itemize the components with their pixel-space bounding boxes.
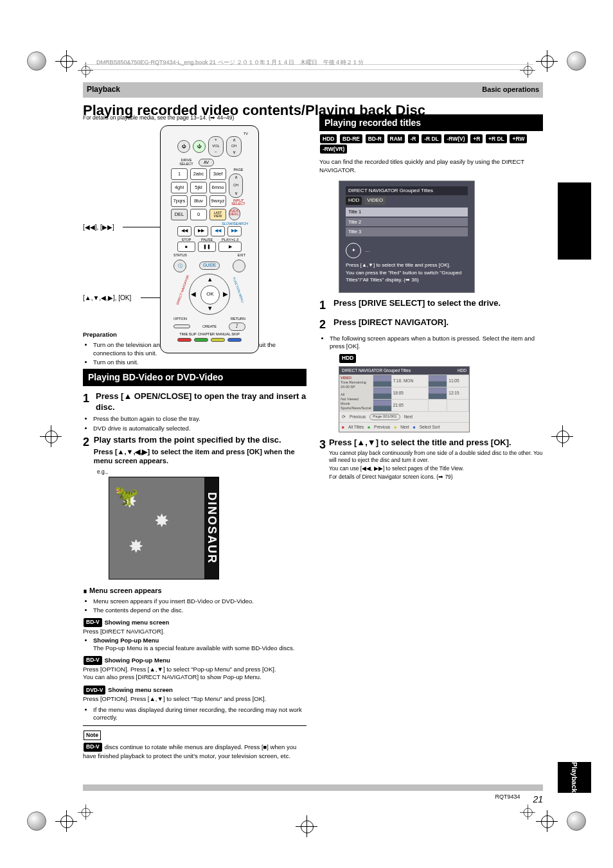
time-slip-label: TIME SLIP [179, 333, 197, 337]
last-view-button[interactable]: LAST VIEW [209, 209, 226, 220]
side-tab [558, 182, 591, 260]
rstep2-text: Press [DIRECT NAVIGATOR]. [333, 317, 449, 332]
red-button[interactable] [177, 338, 191, 342]
side-tab-text: Playback [570, 762, 579, 793]
menu-showing-intro-2: Showing menu screen [108, 686, 173, 693]
exit-label: EXIT [238, 254, 245, 258]
step1-num: 1 [83, 391, 96, 413]
menu-footer1: Menu screen appears if you insert BD-Vid… [93, 598, 306, 605]
ffwd-button[interactable]: ▶▶ [227, 226, 242, 236]
nav-ring[interactable]: ▲ ▼ ◀ ▶ OK [189, 274, 230, 315]
yellow-button[interactable] [211, 338, 225, 342]
top-menu-line: Press [OPTION]. Press [▲,▼] to select "T… [83, 695, 306, 703]
key-7[interactable]: 7pqrs [171, 195, 188, 207]
key-8[interactable]: 8tuv [190, 195, 207, 207]
callout-arrows: [▲,▼,◀,▶], [OK] [83, 294, 131, 302]
return-button[interactable]: ⤴ [229, 323, 245, 331]
bdv-badge-3: BD-V [84, 743, 102, 752]
rstep3-sub1: You cannot play back continuously from o… [329, 450, 543, 464]
right-intro: You can find the recorded titles quickly… [319, 158, 543, 174]
dvdv-badge: DVD-V [84, 686, 105, 695]
disc-badge: BD-RE [340, 134, 362, 143]
option-button[interactable] [173, 324, 190, 328]
intro-text: For details on playable media, see the p… [83, 114, 306, 121]
exit-button[interactable] [233, 260, 245, 272]
del-button[interactable]: DEL [171, 209, 188, 220]
stop-button[interactable]: ■ [177, 242, 195, 252]
menu-showing-intro: Showing menu screen [104, 618, 169, 625]
dvd-cover-illustration: DINOSAUR ✸ ✸ ✸ 🦖 [109, 477, 219, 580]
skip-fwd-button[interactable]: ▶▶ [194, 226, 208, 236]
disc-badge: -RW(V) [444, 134, 467, 143]
rewind-button[interactable]: ◀◀ [211, 226, 225, 236]
note-badge: Note [84, 731, 101, 740]
direct-nav-grid: DIRECT NAVIGATOR Grouped Titles HDD VIDE… [339, 366, 470, 433]
pause-button[interactable]: ❚❚ [198, 242, 216, 252]
input-select-label: INPUT SELECT [229, 199, 248, 206]
av-button[interactable]: AV [199, 159, 214, 167]
key-2[interactable]: 2abc [190, 168, 207, 180]
key-4[interactable]: 4ghi [171, 182, 188, 193]
rstep3-text: Press [▲,▼] to select the title and pres… [329, 438, 543, 448]
bdv-badge-1: BD-V [84, 618, 102, 627]
ch-rocker-tv[interactable]: ∧CH∨ [226, 136, 242, 157]
drive-select-label: DRIVE SELECT [177, 159, 196, 166]
key-0[interactable]: 0 [190, 209, 207, 220]
rstep2-bullet: The following screen appears when a butt… [330, 335, 543, 351]
function-menu-label: FUNCTION MENU [232, 276, 245, 303]
right-heading: Playing recorded titles [319, 114, 543, 131]
blue-button[interactable] [227, 338, 242, 342]
hdd-badge: HDD [339, 354, 356, 363]
manual-skip-label: MANUAL SKIP [216, 333, 240, 337]
disc-badge: -R [408, 134, 419, 143]
popup-title: Showing Pop-up Menu [93, 637, 159, 644]
create-label: CREATE [202, 325, 217, 329]
rstep1-num: 1 [319, 298, 333, 313]
section-right: Basic operations [482, 85, 539, 95]
dvd-spine-text: DINOSAUR [204, 477, 218, 579]
menu-showing-press: Press [DIRECT NAVIGATOR]. [83, 628, 306, 635]
step2-sub: Press [▲,▼,◀,▶] to select the item and p… [94, 447, 306, 466]
vol-rocker[interactable]: +VOL− [208, 136, 224, 157]
audio-desc-button[interactable]: AUDIO DESC. [229, 208, 240, 220]
bdv-heading: Playing BD-Video or DVD-Video [83, 369, 306, 385]
skip-back-button[interactable]: ◀◀ [177, 226, 191, 236]
key-5[interactable]: 5jkl [190, 182, 207, 193]
option-label: OPTION [173, 317, 187, 321]
callout-skip: [◀◀], [▶▶] [83, 223, 114, 231]
section-left: Playback [87, 85, 120, 95]
page-label: PAGE [229, 168, 248, 172]
play-button[interactable]: ▶ [218, 242, 242, 252]
status-label: STATUS [173, 254, 187, 258]
disc-badge: HDD [320, 134, 337, 143]
key-3[interactable]: 3def [209, 168, 226, 180]
green-button[interactable] [194, 338, 208, 342]
popup-line2: Press [OPTION]. Press [▲,▼] to select "P… [83, 666, 306, 673]
footer-code: RQT9434 [495, 793, 520, 805]
doc-filename: DMRBS850&750EG-RQT9434-L_eng.book 21 ページ… [96, 59, 364, 67]
step1-text: Press [▲ OPEN/CLOSE] to open the tray an… [96, 391, 306, 413]
note-text: discs continue to rotate while menus are… [83, 743, 296, 759]
status-button[interactable]: ⓘ [173, 260, 186, 272]
bdv-badge-2: BD-V [84, 656, 102, 665]
prep-bullet-2: Turn on this unit. [93, 359, 306, 366]
popup-line1: The Pop-up Menu is a special feature ava… [93, 644, 295, 651]
disc-badge: +R DL [486, 134, 507, 143]
disc-badge: -R DL [422, 134, 441, 143]
tv-power-icon[interactable]: ⏻ [193, 140, 206, 153]
disc-badge: +R [470, 134, 483, 143]
step1-sub1: Press the button again to close the tray… [93, 415, 306, 423]
key-6[interactable]: 6mno [209, 182, 226, 193]
ch-rocker[interactable]: ∧CH∨ [229, 173, 243, 198]
popup-line3: You can also press [DIRECT NAVIGATOR] to… [83, 673, 306, 681]
key-1[interactable]: 1 [171, 168, 188, 180]
guide-button[interactable]: GUIDE [199, 261, 220, 270]
rstep3-num: 3 [319, 438, 329, 481]
step1-sub2: DVD drive is automatically selected. [93, 425, 306, 432]
power-icon[interactable]: ⏻ [177, 140, 190, 153]
popup-title2: Showing Pop-up Menu [104, 656, 170, 663]
disc-badge: -RW(VR) [320, 145, 347, 154]
key-9[interactable]: 9wxyz [209, 195, 226, 207]
ok-button[interactable]: OK [200, 285, 220, 305]
menu-heading: ∎ Menu screen appears [83, 586, 306, 595]
